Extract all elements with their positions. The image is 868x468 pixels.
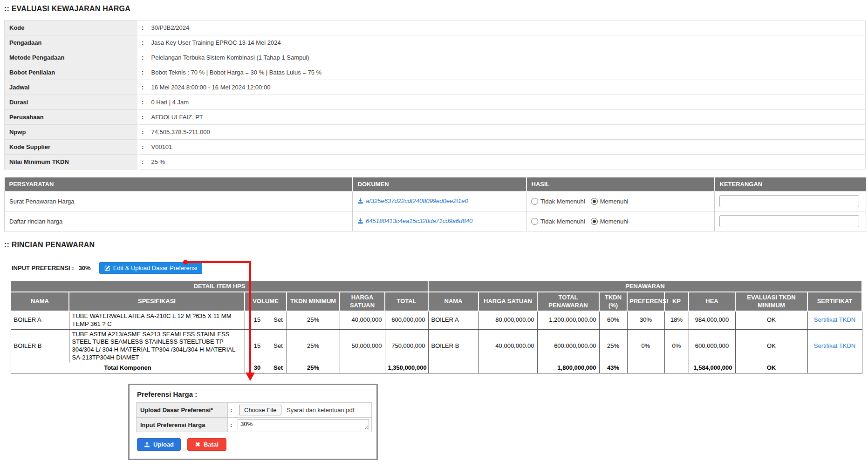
total-tkdn-minimum: 25% bbox=[287, 363, 340, 373]
info-value: AFDOLULFAIZ. PT bbox=[147, 110, 866, 125]
radio-tidak-memenuhi[interactable]: Tidak Memenuhi bbox=[531, 218, 585, 225]
total-hea: 1,584,000,000 bbox=[689, 363, 735, 373]
batal-button[interactable]: ✖ Batal bbox=[187, 438, 226, 451]
cell-harga-satuan-penawaran: 80,000,000.00 bbox=[478, 311, 537, 329]
info-value: 25 % bbox=[147, 155, 866, 170]
col-persyaratan: PERSYARATAN bbox=[5, 177, 353, 191]
radio-icon[interactable] bbox=[531, 198, 538, 205]
cell-evaluasi: OK bbox=[735, 311, 807, 329]
popup-title: Preferensi Harga : bbox=[137, 390, 370, 398]
page: :: EVALUASI KEWAJARAN HARGA Kode : 30/PJ… bbox=[0, 0, 868, 468]
cell-total: 600,000,000 bbox=[385, 311, 428, 329]
info-row: Perusahaan : AFDOLULFAIZ. PT bbox=[5, 110, 866, 125]
total-harga-satuan-penawaran bbox=[478, 363, 537, 373]
cell-tkdn: 60% bbox=[599, 311, 627, 329]
cell-nama-penawaran: BOILER A bbox=[428, 311, 478, 329]
cell-hea: 984,000,000 bbox=[689, 311, 735, 329]
info-value: 30/PJB2/2024 bbox=[147, 20, 866, 35]
choose-file-button[interactable]: Choose File bbox=[239, 405, 281, 415]
col-tkdn-persen: TKDN (%) bbox=[599, 292, 627, 311]
page-title-rincian: :: RINCIAN PENAWARAN bbox=[0, 231, 868, 249]
cell-volume: 15 bbox=[245, 329, 270, 363]
col-tkdn-minimum: TKDN MINIMUM bbox=[287, 292, 340, 311]
rincian-table: DETAIL ITEM HPS PENAWARAN NAMA SPESIFIKA… bbox=[10, 280, 862, 373]
persyaratan-table: PERSYARATAN DOKUMEN HASIL KETERANGAN Sur… bbox=[4, 177, 866, 231]
info-value: Jasa Key User Training EPROC 13-14 Mei 2… bbox=[147, 35, 866, 50]
col-total-penawaran: TOTAL PENAWARAN bbox=[537, 292, 599, 311]
table-row: BOILER B TUBE ASTM A213/ASME SA213 SEAML… bbox=[11, 329, 862, 363]
sertifikat-tkdn-link[interactable]: Sertifikat TKDN bbox=[814, 342, 855, 349]
total-tkdn: 43% bbox=[599, 363, 627, 373]
total-evaluasi: OK bbox=[735, 363, 807, 373]
info-value: 16 Mei 2024 8:00:00 - 16 Mei 2024 12:00:… bbox=[147, 80, 866, 95]
preferensi-harga-popup: Preferensi Harga : Upload Dasar Preferen… bbox=[128, 384, 378, 460]
cell-preferensi: 30% bbox=[627, 311, 664, 329]
info-row: Nilai Minimum TKDN : 25 % bbox=[5, 155, 866, 170]
input-preferensi-harga-label: Input Preferensi Harga bbox=[137, 418, 228, 432]
info-label: Perusahaan bbox=[5, 110, 138, 125]
info-row: Npwp : 74.505.378.5-211.000 bbox=[5, 125, 866, 140]
cell-harga-satuan: 50,000,000 bbox=[340, 329, 385, 363]
upload-button[interactable]: Upload bbox=[137, 438, 181, 451]
input-preferensi-label: INPUT PREFERENSI : bbox=[12, 265, 74, 271]
col-sertifikat: SERTIFIKAT bbox=[807, 292, 862, 311]
upload-icon bbox=[144, 441, 150, 448]
total-volume: 30 bbox=[245, 363, 270, 373]
cell-evaluasi: OK bbox=[735, 329, 807, 363]
info-value: V00101 bbox=[147, 140, 866, 155]
total-sertifikat bbox=[807, 363, 862, 373]
radio-checked-icon[interactable] bbox=[591, 218, 598, 225]
preferensi-bar: INPUT PREFERENSI : 30% Edit & Upload Das… bbox=[12, 262, 868, 274]
radio-memenuhi[interactable]: Memenuhi bbox=[591, 198, 629, 205]
col-harga-satuan: HARGA SATUAN bbox=[340, 292, 385, 311]
cell-spesifikasi: TUBE WATERWALL AREA SA-210C L 12 M ?635 … bbox=[69, 311, 245, 329]
total-nama-penawaran bbox=[428, 363, 478, 373]
col-keterangan: KETERANGAN bbox=[715, 177, 866, 191]
preferensi-harga-input[interactable]: 30% bbox=[238, 419, 369, 430]
cell-unit: Set bbox=[270, 329, 287, 363]
info-label: Kode Supplier bbox=[5, 140, 138, 155]
document-link[interactable]: af325e637d22cdf2408099ed0ee2f1e0 bbox=[357, 197, 468, 204]
group-header-penawaran: PENAWARAN bbox=[428, 281, 862, 292]
col-dokumen: DOKUMEN bbox=[353, 177, 526, 191]
col-nama-penawaran: NAMA bbox=[428, 292, 478, 311]
total-row: Total Komponen 30 Set 25% 1,350,000,000 … bbox=[11, 363, 862, 373]
info-value: 0 Hari | 4 Jam bbox=[147, 95, 866, 110]
info-row: Bobot Penilaian : Bobot Teknis : 70 % | … bbox=[5, 65, 866, 80]
info-label: Metode Pengadaan bbox=[5, 50, 138, 65]
info-row: Durasi : 0 Hari | 4 Jam bbox=[5, 95, 866, 110]
total-total: 1,350,000,000 bbox=[385, 363, 428, 373]
radio-icon[interactable] bbox=[531, 218, 538, 225]
cell-volume: 15 bbox=[245, 311, 270, 329]
persyaratan-name: Daftar rincian harga bbox=[5, 211, 353, 231]
cell-total-penawaran: 600,000,000.00 bbox=[537, 329, 599, 363]
col-spesifikasi: SPESIFIKASI bbox=[69, 292, 245, 311]
document-link[interactable]: 645180413c4ea15c328da71cd9a6d840 bbox=[357, 217, 472, 224]
info-row: Kode Supplier : V00101 bbox=[5, 140, 866, 155]
radio-checked-icon[interactable] bbox=[591, 198, 598, 205]
total-label: Total Komponen bbox=[11, 363, 245, 373]
sertifikat-tkdn-link[interactable]: Sertifikat TKDN bbox=[814, 316, 855, 323]
input-preferensi-value: 30% bbox=[79, 265, 91, 271]
edit-icon bbox=[104, 265, 110, 271]
keterangan-input[interactable] bbox=[719, 215, 859, 227]
popup-form-table: Upload Dasar Preferensi* : Choose File S… bbox=[136, 402, 372, 432]
info-label: Bobot Penilaian bbox=[5, 65, 138, 80]
col-evaluasi-tkdn-minimum: EVALUASI TKDN MINIMUM bbox=[735, 292, 807, 311]
info-label: Nilai Minimum TKDN bbox=[5, 155, 138, 170]
total-harga-satuan bbox=[340, 363, 385, 373]
keterangan-input[interactable] bbox=[719, 195, 859, 207]
page-title-evaluasi: :: EVALUASI KEWAJARAN HARGA bbox=[0, 0, 868, 13]
info-row: Metode Pengadaan : Pelelangan Terbuka Si… bbox=[5, 50, 866, 65]
arrow-head-icon bbox=[246, 373, 255, 381]
persyaratan-row: Daftar rincian harga 645180413c4ea15c328… bbox=[5, 211, 866, 231]
total-unit: Set bbox=[270, 363, 287, 373]
radio-memenuhi[interactable]: Memenuhi bbox=[591, 218, 629, 225]
radio-tidak-memenuhi[interactable]: Tidak Memenuhi bbox=[531, 198, 585, 205]
selected-file-name: Syarat dan ketentuan.pdf bbox=[287, 407, 354, 414]
info-label: Npwp bbox=[5, 125, 138, 140]
col-harga-satuan-penawaran: HARGA SATUAN bbox=[478, 292, 537, 311]
cell-spesifikasi: TUBE ASTM A213/ASME SA213 SEAMLESS STAIN… bbox=[69, 329, 245, 363]
cell-nama: BOILER A bbox=[11, 311, 69, 329]
cell-nama-penawaran: BOILER B bbox=[428, 329, 478, 363]
